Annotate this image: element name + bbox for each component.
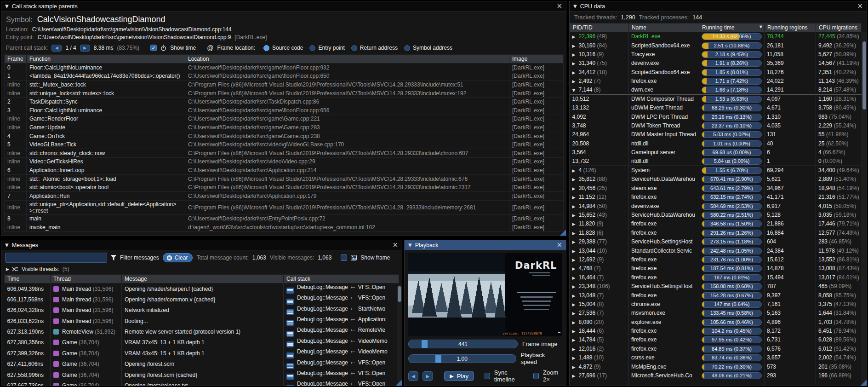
frame-location-radio-return-address[interactable]: Return address [351, 45, 398, 51]
cpu-row[interactable]: ▶12,016 (2)firefox.exe84.89 ms (0.37%)6,… [570, 344, 862, 353]
cpu-row[interactable]: ▶15,004 (8)chrome.exe147 ms (0.64%)7,161… [570, 300, 862, 308]
cpu-row[interactable]: ▶11,828 (6)firefox.exe291.26 ms (1.26%)1… [570, 228, 862, 237]
expand-row-icon[interactable]: ▶ [572, 70, 579, 75]
expand-row-icon[interactable]: ▶ [572, 276, 579, 280]
messages-scrollbar[interactable] [397, 285, 402, 386]
close-icon[interactable]: × [556, 242, 562, 248]
frame-location-radio-symbol-address[interactable]: Symbol address [404, 45, 452, 51]
messages-titlebar[interactable]: ▼ Messages × [1, 240, 402, 250]
cpu-row[interactable]: ▶27,696 (17)Microsoft.ServiceHub.Co48.06… [570, 371, 862, 380]
cpu-row[interactable]: ▶11,152 (12)firefox.exe632.15 ms (2.74%)… [570, 193, 862, 202]
close-icon[interactable]: × [556, 3, 562, 10]
scrollbar-thumb[interactable] [398, 286, 401, 302]
callstack-titlebar[interactable]: ▼ Call stack sample parents × [1, 1, 566, 12]
callstack-row[interactable]: 6Application::InnerLoopC:\Users\wolf\Des… [5, 166, 564, 175]
column-header[interactable]: Message [122, 275, 284, 283]
cpu-row[interactable]: ▶12,692 (9)firefox.exe231.76 ms (1.00%)1… [570, 255, 862, 264]
sync-timeline-checkbox[interactable] [485, 373, 490, 379]
column-header[interactable]: PID/TID [570, 23, 629, 32]
expand-row-icon[interactable]: ▶ [572, 374, 579, 378]
expand-row-icon[interactable]: ▶ [572, 249, 579, 254]
column-header[interactable]: Name [629, 23, 699, 32]
expand-row-icon[interactable]: ▶ [572, 177, 579, 182]
cpu-row[interactable]: ▶14,784 (5)firefox.exe97.95 ms (0.42%)6,… [570, 335, 862, 344]
callstack-row[interactable]: 8mainC:\Users\wolf\Desktop\darkrl\src\En… [5, 214, 564, 223]
expand-row-icon[interactable]: ▶ [572, 186, 579, 191]
callstack-row[interactable]: 4Game::OnTickC:\Users\wolf\Desktop\darkr… [5, 132, 564, 140]
callstack-row[interactable]: inlineGame::RenderFloorC:\Users\wolf\Des… [5, 115, 564, 123]
cpu-row[interactable]: 13,732 ntdll.dll5.84 us (0.00%)10 (0.00%… [570, 157, 862, 166]
callstack-cell[interactable]: DebugLog::Message←RemoteVie [284, 326, 399, 337]
callstack-cell[interactable]: DebugLog::Message←VFS::Open [284, 283, 399, 295]
expand-row-icon[interactable]: ▶ [572, 44, 579, 48]
column-header[interactable]: Function [27, 55, 185, 64]
cpu-row[interactable]: ▶29,388 (77)ServiceHub.SettingsHost273.1… [570, 237, 862, 246]
collapse-icon[interactable]: ▼ [408, 243, 412, 248]
expand-row-icon[interactable]: ▶ [572, 347, 579, 352]
callstack-row[interactable]: 0Floor::CalcLightNoLuminanceC:\Users\wol… [5, 64, 564, 72]
column-header[interactable]: Time [5, 275, 51, 283]
cpu-row[interactable]: ▶4 (126)System1.55 s (6.70%)69,29434,400… [570, 166, 862, 174]
filter-input[interactable] [5, 253, 107, 263]
radio-icon[interactable] [351, 45, 357, 51]
message-row[interactable]: 626,024,328nsMain thread (31,596)Network… [5, 305, 399, 316]
cpu-row[interactable]: ▶18,444 (6)firefox.exe104.2 ms (0.45%)8,… [570, 326, 862, 335]
expand-row-icon[interactable]: ▶ [572, 329, 579, 334]
cpu-row[interactable]: ▶10,316 (9)Tracy.exe2.18 s (9.45%)11,058… [570, 50, 862, 58]
expand-row-icon[interactable]: ▶ [572, 204, 579, 209]
callstack-row[interactable]: inlinestd::_Atomic_storage<bool,1>::load… [5, 174, 564, 183]
callstack-row[interactable]: inlinestd::atomic<bool>::operator boolC:… [5, 183, 564, 192]
collapse-row-icon[interactable]: ▼ [572, 88, 579, 92]
cpu-row[interactable]: ▶31,340 (75)devenv.exe1.91 s (8.26%)35,3… [570, 59, 862, 68]
column-header[interactable]: Image [509, 55, 564, 64]
expand-row-icon[interactable]: ▶ [572, 35, 579, 39]
close-icon[interactable]: × [857, 3, 863, 10]
cpu-row[interactable]: ▶30,160 (84)ScriptedSandbox64.exe2.51 s … [570, 41, 862, 50]
callstack-row[interactable]: inlineVideo::GetTicksHiResC:\Users\wolf\… [5, 157, 564, 166]
cpu-row[interactable]: ▶23,348 (106)ServiceHub.SettingsHost158.… [570, 282, 862, 290]
callstack-cell[interactable]: DebugLog::Message←VideoMemo [284, 348, 399, 358]
message-row[interactable]: 627,558,996nsGame (36,704)Opening /fores… [5, 370, 399, 380]
cpu-scrollbar[interactable] [862, 32, 867, 386]
expand-row-icon[interactable]: ▶ [572, 320, 579, 325]
callstack-row[interactable]: inlinestd::chrono::steady_clock::nowC:\P… [5, 149, 564, 157]
cpu-row[interactable]: ▶4,872 (9)MsMpEng.exe70.22 ms (0.30%)573… [570, 362, 862, 371]
play-button[interactable]: ▶ Play [444, 371, 474, 381]
cpu-row[interactable]: ▶35,812 (88)ServiceHub.DataWarehou670.41… [570, 175, 862, 184]
show-time-checkbox[interactable]: ✓ [150, 45, 157, 51]
expand-icon[interactable]: ▶ [6, 267, 9, 271]
cpu-row[interactable]: 3,564 GameInput server69.68 us (0.00%)64… [570, 148, 862, 157]
expand-row-icon[interactable]: ▶ [572, 79, 579, 84]
callstack-cell[interactable]: DebugLog::Message←VFS::Open [284, 359, 399, 370]
callstack-row[interactable]: 7Application::RunC:\Users\wolf\Desktop\d… [5, 191, 564, 200]
cpu-row[interactable]: ▶8,080 (20)explorer.exe105.66 ms (0.46%)… [570, 318, 862, 326]
cpu-row[interactable]: ▼7,144 (8)dwm.exe1.66 s (7.18%)14,2918,2… [570, 86, 862, 94]
frame-image-slider[interactable]: 441 [408, 340, 518, 348]
expand-row-icon[interactable]: ▶ [572, 231, 579, 236]
callstack-cell[interactable]: DebugLog::Message←VFS::Open [284, 370, 399, 380]
close-icon[interactable]: × [392, 242, 398, 248]
cpu-row[interactable]: ▶2,492 (7)firefox.exe1.71 s (7.42%)24,02… [570, 76, 862, 85]
callstack-cell[interactable]: DebugLog::Message←VideoMemo [284, 337, 399, 348]
cpu-row[interactable]: ▶4,768 (7)firefox.exe187.54 ms (0.81%)14… [570, 264, 862, 273]
cpu-row[interactable]: 24,964 DWM Master Input Thread5.03 ms (0… [570, 130, 862, 139]
cpu-row[interactable]: ▶27,536 (7)msvsmon.exe133.45 ms (0.58%)5… [570, 309, 862, 318]
cpu-row[interactable]: ▶13,048 (7)firefox.exe154.28 ms (0.67%)9… [570, 291, 862, 300]
zoom-2x-checkbox[interactable] [533, 373, 539, 379]
callstack-row[interactable]: inlineGame::UpdateC:\Users\wolf\Desktop\… [5, 123, 564, 132]
expand-row-icon[interactable]: ▶ [572, 195, 579, 200]
message-row[interactable]: 627,399,326nsGame (36,704)VRAM 43x45: 15… [5, 348, 399, 358]
sort-descending-icon[interactable]: ▼ [760, 25, 762, 29]
callstack-cell[interactable]: DebugLog::Message←VFS::Open [284, 380, 399, 386]
callstack-row[interactable]: 3Floor::CalcLightNoLuminanceC:\Users\wol… [5, 106, 564, 115]
resize-grip[interactable] [560, 230, 566, 236]
expand-row-icon[interactable]: ▶ [572, 365, 579, 370]
message-row[interactable]: 627,380,356nsGame (36,704)VRAM 37x45: 13… [5, 337, 399, 348]
expand-row-icon[interactable]: ▶ [572, 284, 579, 289]
column-header[interactable]: Call stack [284, 275, 399, 283]
expand-row-icon[interactable]: ▶ [572, 338, 579, 342]
expand-row-icon[interactable]: ▶ [572, 213, 579, 218]
expand-row-icon[interactable]: ▶ [572, 61, 579, 66]
expand-row-icon[interactable]: ▶ [572, 52, 579, 57]
expand-row-icon[interactable]: ▶ [572, 302, 579, 307]
